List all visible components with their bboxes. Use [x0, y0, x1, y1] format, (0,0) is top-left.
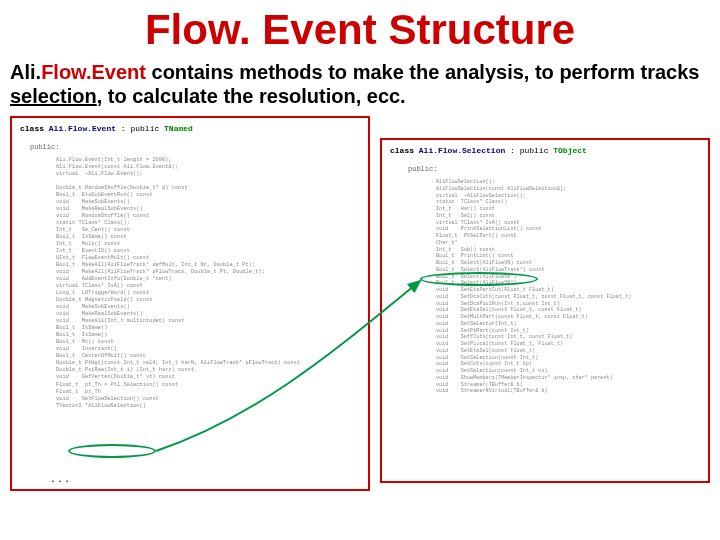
subtitle-selection: selection [10, 85, 97, 107]
highlight-oval-left [68, 444, 156, 458]
kw-class: class [390, 146, 419, 155]
left-class-name: Ali.Flow.Event [49, 124, 116, 133]
highlight-oval-right [420, 272, 538, 286]
subtitle-part-contains: contains methods to make the analysis, t… [146, 61, 700, 83]
left-decl-sep: : public [116, 124, 164, 133]
slide-title: Flow. Event Structure [0, 0, 720, 54]
right-class-name: Ali.Flow.Selection [419, 146, 505, 155]
right-base-class: TObject [553, 146, 587, 155]
right-code-listing: AliFlowSelection(); AliFlowSelection(con… [436, 179, 700, 395]
right-access-public: public: [408, 165, 700, 173]
left-code-panel: class Ali.Flow.Event : public TNamed pub… [10, 116, 370, 491]
ellipsis-icon: ... [50, 474, 71, 485]
kw-class: class [20, 124, 49, 133]
right-class-declaration: class Ali.Flow.Selection : public TObjec… [390, 146, 700, 155]
left-class-declaration: class Ali.Flow.Event : public TNamed [20, 124, 360, 133]
right-code-panel: class Ali.Flow.Selection : public TObjec… [380, 138, 710, 483]
left-code-listing: Ali.Flow.Event(Int_t length = 2000); Ali… [56, 157, 360, 410]
subtitle-flow-event: Flow.Event [41, 61, 146, 83]
subtitle-part-ali: Ali. [10, 61, 41, 83]
panels-container: class Ali.Flow.Event : public TNamed pub… [0, 116, 720, 506]
left-access-public: public: [30, 143, 360, 151]
left-base-class: TNamed [164, 124, 193, 133]
right-decl-sep: : public [505, 146, 553, 155]
subtitle-part-resolution: , to calculate the resolution, ecc. [97, 85, 406, 107]
slide-subtitle: Ali.Flow.Event contains methods to make … [0, 54, 720, 116]
